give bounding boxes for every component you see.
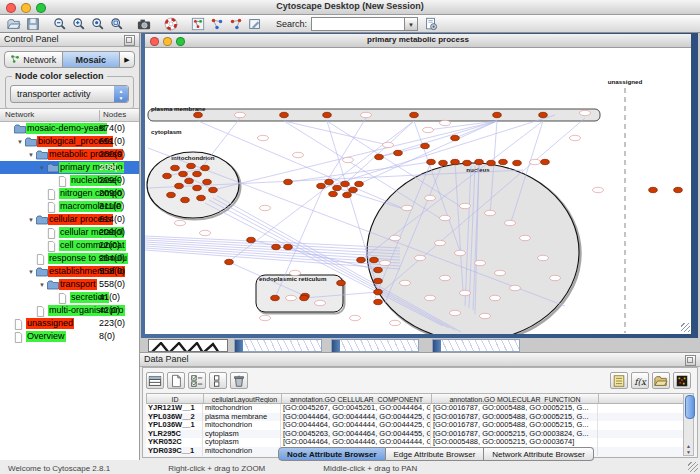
- tree-row-primary-metabo[interactable]: ▼primary metabo209(...: [0, 161, 139, 174]
- zoom-selected-icon[interactable]: [90, 16, 106, 31]
- selected-network-node[interactable]: [374, 299, 383, 304]
- selected-network-node[interactable]: [410, 112, 419, 117]
- app-resize-grip[interactable]: [688, 462, 698, 472]
- selected-network-node[interactable]: [343, 192, 352, 197]
- selected-network-node[interactable]: [272, 244, 281, 249]
- network-node[interactable]: [350, 315, 361, 320]
- search-dropdown-button[interactable]: ▼: [405, 17, 418, 31]
- selected-network-node[interactable]: [341, 181, 350, 186]
- network-node[interactable]: [538, 255, 549, 260]
- save-icon[interactable]: [25, 16, 41, 31]
- background-window-preview[interactable]: [432, 339, 520, 352]
- network-node[interactable]: [425, 195, 436, 200]
- tree-row-mosaic-demo-yeast[interactable]: mosaic-demo-yeast874(0): [0, 122, 139, 135]
- selected-network-node[interactable]: [181, 197, 190, 202]
- background-window-preview[interactable]: [148, 339, 228, 352]
- network-node[interactable]: [286, 295, 297, 300]
- column-header--cellularlayoutregion[interactable]: _cellularLayoutRegion: [204, 394, 282, 403]
- network-node[interactable]: [520, 235, 531, 240]
- selected-network-node[interactable]: [487, 160, 496, 165]
- plugin-manager-icon[interactable]: [423, 16, 439, 31]
- float-panel-icon[interactable]: [124, 35, 135, 46]
- selected-network-node[interactable]: [323, 112, 332, 117]
- table-mode-icon[interactable]: [146, 372, 164, 389]
- selected-network-node[interactable]: [203, 179, 212, 184]
- annotation-icon[interactable]: [247, 16, 263, 31]
- column-header-annotation-go-cellular-component[interactable]: annotation.GO CELLULAR_COMPONENT: [282, 394, 432, 403]
- highlight-neighbors-icon[interactable]: [209, 16, 225, 31]
- tree-row-macromolecule[interactable]: macromolecule311(0): [0, 200, 139, 213]
- network-node[interactable]: [200, 230, 211, 235]
- tree-row-nitrogen-compo[interactable]: nitrogen compo209(0): [0, 187, 139, 200]
- selected-network-node[interactable]: [427, 159, 436, 164]
- tree-row-response-to-stimulu[interactable]: response to stimulu264(0): [0, 252, 139, 265]
- network-canvas[interactable]: plasma membranecytoplasmmitochondrionnuc…: [145, 48, 691, 334]
- network-node[interactable]: [593, 187, 604, 192]
- node-color-dropdown[interactable]: transporter activity ▲▼: [10, 85, 129, 103]
- selected-network-node[interactable]: [194, 112, 203, 117]
- network-node[interactable]: [293, 152, 304, 157]
- float-panel-icon[interactable]: [685, 355, 696, 366]
- selected-network-node[interactable]: [317, 183, 326, 188]
- scrollbar-arrows[interactable]: ▲▼: [684, 443, 693, 455]
- network-node[interactable]: [440, 275, 451, 280]
- selected-network-node[interactable]: [357, 257, 366, 262]
- table-row[interactable]: YKR052Ccytoplasm[GO:0044464, GO:0044446,…: [146, 438, 686, 447]
- selected-network-node[interactable]: [394, 150, 403, 155]
- selected-network-node[interactable]: [187, 163, 196, 168]
- attribute-editor-icon[interactable]: [610, 372, 628, 389]
- overview-network-icon[interactable]: [190, 16, 206, 31]
- tabs-overflow-button[interactable]: ▶: [120, 52, 134, 67]
- selected-network-node[interactable]: [179, 171, 188, 176]
- network-node[interactable]: [235, 112, 246, 117]
- tree-row-establishment-of-lo[interactable]: ▼establishment of lo558(0): [0, 265, 139, 278]
- network-node[interactable]: [390, 320, 401, 325]
- table-row[interactable]: YJR121W__1mitochondrion[GO:0045267, GO:0…: [146, 404, 686, 413]
- expand-arrow-icon[interactable]: ▼: [37, 165, 47, 171]
- scrollbar-thumb[interactable]: [685, 395, 695, 419]
- tab-edge-attribute-browser[interactable]: Edge Attribute Browser: [386, 447, 485, 461]
- selected-network-node[interactable]: [374, 267, 383, 272]
- network-node[interactable]: [175, 220, 186, 225]
- select-attributes-icon[interactable]: [188, 372, 206, 389]
- selected-network-node[interactable]: [171, 165, 180, 170]
- network-node[interactable]: [260, 315, 271, 320]
- selected-network-node[interactable]: [193, 185, 202, 190]
- expand-arrow-icon[interactable]: ▼: [15, 139, 25, 145]
- selected-network-node[interactable]: [325, 179, 334, 184]
- network-node[interactable]: [580, 110, 591, 115]
- tree-row-multi-organism-pro[interactable]: multi-organism pro42(0): [0, 304, 139, 317]
- network-node[interactable]: [460, 203, 471, 208]
- selected-network-node[interactable]: [209, 187, 218, 192]
- tree-row-transport[interactable]: ▼transport558(0): [0, 278, 139, 291]
- tab-mosaic[interactable]: Mosaic: [63, 52, 121, 67]
- tree-row-cell-communicat[interactable]: cell communicat22(0): [0, 239, 139, 252]
- selected-network-node[interactable]: [329, 191, 338, 196]
- background-window-preview[interactable]: [234, 339, 322, 352]
- window-resize-grip[interactable]: [681, 323, 690, 332]
- selected-network-node[interactable]: [300, 295, 309, 300]
- network-node[interactable]: [383, 142, 394, 147]
- selected-network-node[interactable]: [337, 280, 346, 285]
- network-node[interactable]: [400, 280, 411, 285]
- expand-arrow-icon[interactable]: ▼: [26, 152, 36, 158]
- network-node[interactable]: [530, 159, 541, 164]
- network-node[interactable]: [495, 270, 506, 275]
- network-node[interactable]: [260, 205, 271, 210]
- network-node[interactable]: [425, 295, 436, 300]
- network-node[interactable]: [380, 260, 391, 265]
- network-node[interactable]: [450, 310, 461, 315]
- network-node[interactable]: [550, 275, 561, 280]
- network-node[interactable]: [455, 250, 466, 255]
- network-node[interactable]: [480, 313, 491, 318]
- table-scrollbar[interactable]: ▲▼: [683, 393, 694, 456]
- zoom-fit-icon[interactable]: [109, 16, 125, 31]
- network-node[interactable]: [475, 260, 486, 265]
- expand-arrow-icon[interactable]: ▼: [37, 282, 47, 288]
- selected-network-node[interactable]: [349, 187, 358, 192]
- attribute-matrix-icon[interactable]: [673, 372, 691, 389]
- table-row[interactable]: YLR295Ccytoplasm[GO:0045263, GO:0044464,…: [146, 430, 686, 439]
- function-builder-icon[interactable]: f(x): [631, 372, 649, 389]
- network-node[interactable]: [505, 220, 516, 225]
- selected-network-node[interactable]: [193, 171, 202, 176]
